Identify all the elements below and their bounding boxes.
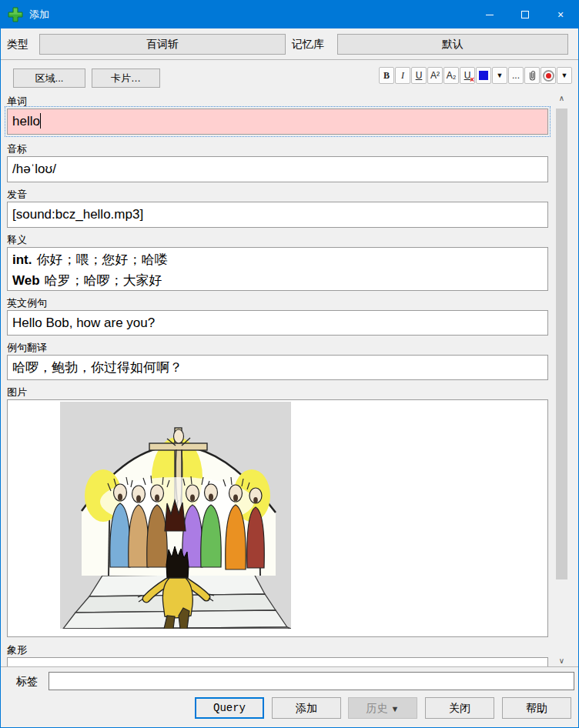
selector-row: 类型 百词斩 记忆库 默认 (1, 29, 578, 59)
tags-input[interactable] (49, 672, 574, 690)
chevron-down-icon: ∨ (559, 656, 564, 665)
tags-label: 标签 (16, 675, 38, 689)
field-label-phonetic: 音标 (7, 142, 27, 156)
field-sound-input[interactable]: [sound:bcz_hello.mp3] (7, 202, 548, 228)
field-label-sound: 发音 (7, 188, 27, 202)
add-note-dialog: 添加 × 类型 百词斩 记忆库 默认 区域... 卡片… B I U A² A₂… (0, 0, 579, 728)
bold-button[interactable]: B (379, 67, 394, 84)
cards-button[interactable]: 卡片… (92, 68, 160, 88)
text-color-button[interactable] (476, 67, 491, 84)
scroll-up-button[interactable]: ∧ (555, 92, 568, 105)
chevron-down-icon: ▼ (391, 704, 400, 713)
field-label-example: 英文例句 (7, 296, 47, 310)
titlebar: 添加 × (1, 1, 578, 28)
field-word-value: hello (12, 114, 40, 129)
field-example-input[interactable]: Hello Bob, how are you? (7, 310, 548, 336)
field-phonetic-input[interactable]: /həˈloʊ/ (7, 156, 548, 182)
window-title: 添加 (29, 8, 49, 22)
attach-media-button[interactable] (524, 67, 540, 84)
add-button[interactable]: 添加 (272, 697, 341, 719)
superscript-button[interactable]: A² (427, 67, 443, 84)
media-dropdown-button[interactable]: ▼ (557, 67, 572, 84)
field-label-word: 单词 (7, 95, 27, 109)
pos-tag: Web (12, 273, 40, 288)
paperclip-icon (527, 69, 537, 82)
text-cursor (40, 113, 41, 129)
deck-label: 记忆库 (292, 38, 324, 52)
subscript-button[interactable]: A₂ (443, 67, 459, 84)
close-dialog-button[interactable]: 关闭 (425, 697, 494, 719)
color-picker-button[interactable]: ▼ (492, 67, 507, 84)
chevron-up-icon: ∧ (559, 94, 564, 102)
text-color-swatch-icon (479, 71, 488, 80)
record-audio-button[interactable] (541, 67, 556, 84)
field-translation-input[interactable]: 哈啰，鲍勃，你过得如何啊？ (7, 355, 548, 380)
meaning-line-1: int.你好；喂；您好；哈喽 (12, 249, 547, 270)
close-button[interactable]: × (543, 1, 578, 28)
help-button[interactable]: 帮助 (502, 697, 571, 719)
maximize-button[interactable] (507, 1, 543, 28)
field-label-translation: 例句翻译 (7, 341, 47, 355)
field-label-meaning: 释义 (7, 233, 27, 247)
clear-formatting-x-icon: × (470, 75, 474, 84)
field-pictograph-input[interactable] (7, 657, 548, 667)
meaning-text-2: 哈罗；哈啰；大家好 (45, 273, 162, 288)
field-label-picture: 图片 (7, 386, 27, 399)
chevron-down-icon: ▼ (497, 72, 504, 79)
underline-button[interactable]: U (411, 67, 427, 84)
minimize-button[interactable] (472, 1, 507, 28)
history-button[interactable]: 历史 ▼ (348, 697, 417, 719)
chevron-down-icon: ▼ (561, 72, 568, 79)
deck-selector[interactable]: 默认 (337, 34, 568, 55)
italic-button[interactable]: I (395, 67, 410, 84)
clear-formatting-button[interactable]: U × (460, 67, 475, 84)
note-type-label: 类型 (7, 38, 28, 52)
field-meaning-input[interactable]: int.你好；喂；您好；哈喽 Web哈罗；哈啰；大家好 (7, 247, 548, 291)
church-crowd-illustration (60, 402, 291, 629)
fields-button[interactable]: 区域... (13, 68, 85, 88)
vertical-scrollbar[interactable]: ∧ ∨ (555, 92, 568, 667)
field-picture-input[interactable] (7, 399, 548, 637)
scrollbar-thumb[interactable] (556, 109, 567, 579)
more-options-button[interactable]: ... (508, 67, 524, 84)
note-fields-area: 单词 hello 音标 /həˈloʊ/ 发音 [sound:bcz_hello… (1, 92, 578, 667)
pos-tag: int. (12, 252, 32, 267)
scroll-down-button[interactable]: ∨ (555, 654, 568, 667)
record-icon (543, 70, 554, 82)
bottom-panel: 标签 Query 添加 历史 ▼ 关闭 帮助 (1, 668, 578, 728)
meaning-text-1: 你好；喂；您好；哈喽 (37, 252, 168, 267)
anki-plus-icon (8, 7, 23, 22)
field-label-pictograph: 象形 (7, 643, 27, 657)
field-word-input[interactable]: hello (7, 109, 548, 135)
close-icon: × (557, 8, 564, 21)
maximize-icon (521, 11, 529, 18)
history-label: 历史 (366, 702, 388, 714)
tools-row: 区域... 卡片… B I U A² A₂ U × ▼ ... ▼ (1, 60, 578, 92)
note-type-selector[interactable]: 百词斩 (39, 34, 286, 55)
query-button[interactable]: Query (195, 697, 264, 719)
format-toolbar: B I U A² A₂ U × ▼ ... ▼ (379, 67, 572, 84)
minimize-icon (486, 15, 494, 15)
meaning-line-2: Web哈罗；哈啰；大家好 (12, 270, 547, 291)
